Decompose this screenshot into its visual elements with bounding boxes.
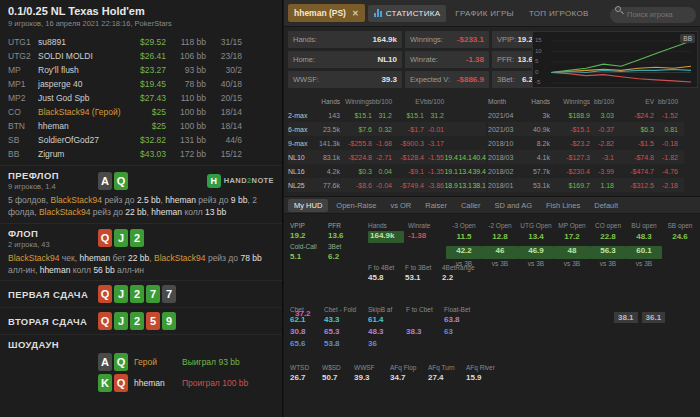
player-row[interactable]: MPRoy'll flush$23.2793 bb30/2	[8, 63, 274, 77]
player-stack-bb: 131 bb	[166, 135, 206, 145]
stat-box-hands: Hands:164.9k	[288, 31, 402, 48]
card: 9	[162, 312, 176, 330]
table-row: 2021/043k$188.93.03-$24.2-1.52	[488, 108, 684, 122]
results-tables: HandsWinningsbb/100EVbb/100 2-max143$15.…	[284, 94, 700, 196]
hud-tab-sd-and-ag[interactable]: SD and AG	[489, 199, 539, 212]
player-row[interactable]: BTNhheman$25100 bb18/14	[8, 119, 274, 133]
hud-misc-cells: 38.1 36.1	[614, 312, 665, 323]
player-stack-bb: 110 bb	[166, 93, 206, 103]
hud-tab-vs-or[interactable]: vs OR	[384, 199, 417, 212]
showdown-player-name: Герой	[134, 357, 182, 367]
player-name: su8891	[38, 37, 124, 47]
card: Q	[98, 285, 112, 303]
tab-label: СТАТИСТИКА	[386, 9, 441, 18]
player-name: SoldierOfGod27	[38, 135, 124, 145]
player-vpip-pfr: 18/14	[206, 107, 242, 117]
player-row[interactable]: SBSoldierOfGod27$32.82131 bb44/6	[8, 133, 274, 147]
player-name: Roy'll flush	[38, 65, 124, 75]
card: J	[114, 312, 128, 330]
table-row: 2018/0153.1k$169.71.18-$312.5-2.18	[488, 178, 684, 192]
monthly-table: MonthHandsWinningsbb/100EVbb/100 2021/04…	[488, 94, 684, 192]
table-row: NL1083.1k-$224.8-2.71-$128.4-1.5519.414.…	[288, 150, 486, 164]
showdown-section: ШОУДАУН A Q Герой Выиграл 93 bb K Q hhem…	[0, 334, 282, 394]
player-name: Zigrum	[38, 149, 124, 159]
card: Q	[114, 374, 128, 392]
showdown-row-hero: A Q Герой Выиграл 93 bb	[98, 353, 274, 371]
player-stack-bb: 100 bb	[166, 121, 206, 131]
hud-tab-my-hud[interactable]: My HUD	[288, 199, 328, 212]
winnings-graph: 15 10 5 0 -5 BB	[532, 31, 698, 88]
stat-box-winrate: Winrate:-1.38	[405, 51, 489, 68]
player-name: SOLDI MOLDI	[38, 51, 124, 61]
player-position: CO	[8, 107, 38, 117]
hud-showdown-aggression-stats: WTSDW$SDWWSFAFq FlopAFq TurnAFq River 26…	[290, 364, 500, 385]
card: K	[98, 374, 112, 392]
player-position: BB	[8, 149, 38, 159]
hud-grid: VPIPPFR 19.213.6 Cold-Call3Bet 5.16.2 Ha…	[284, 214, 700, 417]
summary-stats: Hands:164.9k Winnings:-$233.1 VPIP:19.2 …	[288, 31, 538, 88]
flop-section: ФЛОП 2 игрока, 43 Q J 2 BlackStack94 чек…	[0, 223, 282, 279]
player-vpip-pfr: 15/12	[206, 149, 242, 159]
player-stack-bb: 100 bb	[166, 107, 206, 117]
stat-box-home: Home:NL10	[288, 51, 402, 68]
preflop-actions: 5 фолдов, BlackStack94 рейз до 2.5 bb, h…	[8, 194, 274, 219]
hud-tab-raiser[interactable]: Raiser	[419, 199, 453, 212]
card: A	[98, 172, 112, 190]
card: Q	[98, 229, 112, 247]
hud-tab-fish-lines[interactable]: Fish Lines	[540, 199, 586, 212]
player-position: MP2	[8, 93, 38, 103]
player-row[interactable]: BBZigrum$43.03172 bb15/12	[8, 147, 274, 161]
hand2note-logo: H HAND2NOTE	[207, 174, 274, 188]
stat-box-expected-value: Expected V:-$886.9	[405, 71, 489, 88]
tab-label: ГРАФИК ИГРЫ	[455, 9, 514, 18]
player-stack-bb: 93 bb	[166, 65, 206, 75]
player-row[interactable]: UTG2SOLDI MOLDI$26.41106 bb23/18	[8, 49, 274, 63]
table-row: NL2577.6k-$8.6-0.04-$749.4-3.8618.913.13…	[288, 178, 486, 192]
bar-chart-icon	[374, 9, 382, 17]
stat-box-wwsf: WWSF:39.3	[288, 71, 402, 88]
showdown-result: Проиграл 100 bb	[182, 378, 248, 388]
player-position: UTG1	[8, 37, 38, 47]
tab-top-players[interactable]: ТОП ИГРОКОВ	[523, 5, 595, 22]
player-position: SB	[8, 135, 38, 145]
hud-position-open-stats: -3 Open-2 OpenUTG OpenMP OpenCO openBU o…	[446, 222, 698, 269]
card: J	[114, 285, 128, 303]
player-stack-bb: 78 bb	[166, 79, 206, 89]
tab-statistics[interactable]: СТАТИСТИКА	[368, 5, 447, 22]
player-name: jasperge 40	[38, 79, 124, 89]
format-stake-table: HandsWinningsbb/100EVbb/100 2-max143$15.…	[288, 94, 486, 192]
table-row: NL164.2k$0.30.04-$9.1-1.3519.113.439.4	[288, 164, 486, 178]
player-row[interactable]: MP2Just God Spb$27.43110 bb20/15	[8, 91, 274, 105]
player-stack: $23.27	[124, 65, 166, 75]
graph-ytick: 5	[535, 58, 538, 64]
graph-ytick: -5	[535, 79, 540, 85]
showdown-result: Выиграл 93 bb	[182, 357, 240, 367]
player-vpip-pfr: 31/15	[206, 37, 242, 47]
graph-unit-badge: BB	[680, 34, 695, 43]
tab-game-graph[interactable]: ГРАФИК ИГРЫ	[449, 5, 520, 22]
card: A	[98, 353, 112, 371]
hud-tab-open-raise[interactable]: Open-Raise	[330, 199, 382, 212]
close-icon[interactable]: ✕	[352, 9, 359, 18]
stat-box-winnings: Winnings:-$233.1	[405, 31, 489, 48]
hud-tab-default[interactable]: Default	[588, 199, 624, 212]
hud-cbet-stats: CbetCbet - FoldSkipB afF to CbetFloat-Be…	[290, 306, 480, 351]
player-tab[interactable]: hheman (PS) ✕	[288, 4, 365, 22]
street-title: ПРЕФЛОП	[8, 170, 98, 181]
hud-tab-caller[interactable]: Caller	[455, 199, 487, 212]
player-stack: $29.52	[124, 37, 166, 47]
player-row-hero[interactable]: COBlackStack94 (Герой)$25100 bb18/14	[8, 105, 274, 119]
player-position: UTG2	[8, 51, 38, 61]
table-row: 2018/108.2k-$23.2-2.82-$1.5-0.18	[488, 136, 684, 150]
hero-cards: A Q	[98, 172, 128, 190]
player-row[interactable]: UTG1su8891$29.52118 bb31/15	[8, 35, 274, 49]
player-vpip-pfr: 44/6	[206, 135, 242, 145]
card: 2	[130, 229, 144, 247]
street-title: ВТОРАЯ СДАЧА	[8, 316, 98, 327]
graph-canvas	[545, 33, 695, 88]
card: J	[114, 229, 128, 247]
player-row[interactable]: MP1jasperge 40$19.4578 bb40/18	[8, 77, 274, 91]
player-name: hheman	[38, 121, 124, 131]
player-position: BTN	[8, 121, 38, 131]
table-row: 2018/034.1k-$127.3-3.1-$74.8-1.82	[488, 150, 684, 164]
